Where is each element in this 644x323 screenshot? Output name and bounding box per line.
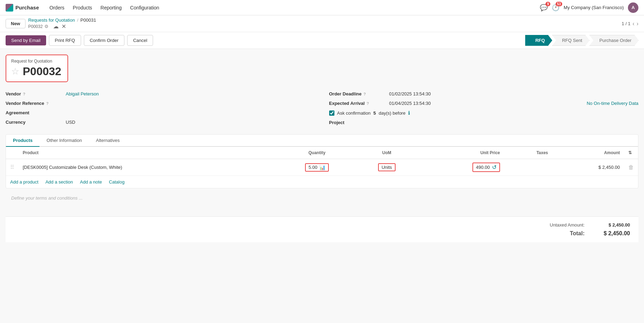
new-button[interactable]: New: [6, 19, 26, 28]
tab-other-info[interactable]: Other Information: [39, 135, 89, 147]
send-email-button[interactable]: Send by Email: [6, 35, 46, 45]
quantity-cell[interactable]: 5.00 📊: [278, 159, 356, 176]
order-deadline-value[interactable]: 01/02/2025 13:54:30: [389, 91, 431, 96]
company-name: My Company (San Francisco): [564, 5, 624, 10]
currency-value[interactable]: USD: [66, 120, 75, 125]
col-product: Product: [19, 147, 278, 159]
nav-reporting[interactable]: Reporting: [97, 3, 125, 13]
tabs-bar: Products Other Information Alternatives: [6, 135, 638, 147]
tab-products[interactable]: Products: [6, 135, 39, 147]
col-unit-price: Unit Price: [418, 147, 504, 159]
col-taxes: Taxes: [504, 147, 552, 159]
breadcrumb-current: P00031: [80, 17, 96, 23]
uom-value[interactable]: Units: [382, 165, 392, 170]
products-table: Product Quantity UoM Unit Price Taxes Am…: [6, 147, 638, 176]
project-label: Project: [329, 120, 385, 125]
activity-notif[interactable]: 🕐 53: [552, 4, 559, 12]
confirm-order-button[interactable]: Confirm Order: [84, 35, 124, 46]
catalog-link[interactable]: Catalog: [109, 179, 125, 185]
expected-arrival-value[interactable]: 01/04/2025 13:54:30: [389, 101, 431, 106]
vendor-value[interactable]: Abigail Peterson: [66, 91, 99, 96]
vendor-label: Vendor ?: [6, 91, 61, 96]
add-product-link[interactable]: Add a product: [10, 179, 38, 185]
order-deadline-label: Order Deadline ?: [329, 91, 385, 96]
nav-products[interactable]: Products: [69, 3, 95, 13]
record-id: P00032: [23, 65, 61, 78]
vendor-ref-label: Vendor Reference ?: [6, 101, 61, 106]
status-purchase-order[interactable]: Purchase Order: [589, 35, 639, 46]
amount-cell: $ 2,450.00: [552, 159, 624, 176]
total-label: Total:: [570, 230, 585, 237]
status-rfq-sent[interactable]: RFQ Sent: [552, 35, 589, 46]
vendor-ref-help-icon[interactable]: ?: [46, 101, 49, 106]
project-row: Project: [329, 118, 639, 127]
action-toolbar: Send by Email Print RFQ Confirm Order Ca…: [0, 32, 644, 49]
col-uom: UoM: [356, 147, 418, 159]
ontime-delivery-link[interactable]: No On-time Delivery Data: [587, 101, 638, 106]
terms-section[interactable]: Define your terms and conditions ...: [6, 188, 638, 216]
unit-price-cell[interactable]: 490.00 ↺: [418, 159, 504, 176]
prev-page-button[interactable]: ‹: [632, 21, 634, 27]
delete-row-icon[interactable]: 🗑: [628, 164, 634, 170]
brand: Purchase: [6, 4, 39, 12]
record-header-box: Request for Quotation ☆ P00032: [6, 55, 68, 82]
message-count: 9: [545, 2, 550, 6]
product-name-cell[interactable]: [DESK0005] Customizable Desk (Custom, Wh…: [19, 159, 278, 176]
agreement-row: Agreement: [6, 108, 315, 117]
add-section-link[interactable]: Add a section: [45, 179, 73, 185]
drag-handle-cell[interactable]: ⠿: [6, 159, 19, 176]
sub-record-id: P00032: [28, 24, 43, 29]
breadcrumb-parent-link[interactable]: Requests for Quotation: [28, 17, 75, 23]
record-id-row: ☆ P00032: [11, 65, 61, 78]
record-type-label: Request for Quotation: [11, 59, 61, 64]
terms-placeholder: Define your terms and conditions ...: [11, 195, 83, 201]
main-content: Request for Quotation ☆ P00032 Vendor ? …: [0, 49, 644, 309]
print-rfq-button[interactable]: Print RFQ: [49, 35, 81, 46]
message-notif[interactable]: 💬 9: [540, 4, 548, 12]
taxes-cell[interactable]: [504, 159, 552, 176]
nav-orders[interactable]: Orders: [46, 3, 68, 13]
ask-confirmation-checkbox[interactable]: [329, 110, 334, 116]
next-page-button[interactable]: ›: [637, 21, 638, 27]
totals-table: Untaxed Amount: $ 2,450.00 Total: $ 2,45…: [550, 221, 630, 238]
totals-section: Untaxed Amount: $ 2,450.00 Total: $ 2,45…: [6, 216, 638, 242]
star-icon[interactable]: ☆: [11, 66, 19, 77]
order-deadline-help-icon[interactable]: ?: [363, 92, 366, 96]
tab-alternatives[interactable]: Alternatives: [89, 135, 127, 147]
order-deadline-row: Order Deadline ? 01/02/2025 13:54:30: [329, 89, 639, 99]
uom-cell[interactable]: Units: [356, 159, 418, 176]
untaxed-label: Untaxed Amount:: [550, 222, 585, 228]
quantity-value[interactable]: 5.00: [309, 165, 317, 170]
products-card: Products Other Information Alternatives …: [6, 134, 638, 188]
ask-confirmation-days[interactable]: 5: [374, 110, 376, 116]
expected-arrival-help-icon[interactable]: ?: [367, 101, 369, 106]
amount-value: $ 2,450.00: [599, 165, 620, 170]
expected-arrival-label: Expected Arrival ?: [329, 101, 385, 106]
breadcrumb: Requests for Quotation / P00031 P00032 ⚙…: [28, 17, 96, 30]
avatar[interactable]: A: [628, 2, 638, 13]
reorder-icon[interactable]: ⇅: [628, 150, 632, 155]
unit-price-value[interactable]: 490.00: [476, 165, 490, 170]
ask-confirmation-row: Ask confirmation 5 day(s) before ℹ: [329, 108, 639, 118]
nav-configuration[interactable]: Configuration: [126, 3, 162, 13]
save-button[interactable]: ☁: [53, 23, 59, 30]
status-rfq[interactable]: RFQ: [525, 35, 552, 46]
reset-price-icon[interactable]: ↺: [492, 164, 497, 171]
discard-button[interactable]: ✕: [61, 23, 66, 30]
vendor-ref-row: Vendor Reference ?: [6, 99, 315, 108]
vendor-row: Vendor ? Abigail Peterson: [6, 89, 315, 99]
chart-icon[interactable]: 📊: [319, 165, 325, 170]
topnav-right: 💬 9 🕐 53 My Company (San Francisco) A: [540, 2, 638, 13]
pagination-text: 1 / 1: [622, 21, 630, 26]
info-icon[interactable]: ℹ: [408, 110, 410, 116]
add-note-link[interactable]: Add a note: [80, 179, 102, 185]
cancel-button[interactable]: Cancel: [127, 35, 153, 46]
delete-cell[interactable]: 🗑: [624, 159, 638, 176]
total-value: $ 2,450.00: [599, 230, 630, 237]
gear-icon[interactable]: ⚙: [44, 24, 49, 29]
col-drag: [6, 147, 19, 159]
currency-row: Currency USD: [6, 117, 315, 127]
vendor-help-icon[interactable]: ?: [23, 92, 26, 96]
add-row-links: Add a product Add a section Add a note C…: [6, 176, 638, 188]
table-row: ⠿ [DESK0005] Customizable Desk (Custom, …: [6, 159, 638, 176]
